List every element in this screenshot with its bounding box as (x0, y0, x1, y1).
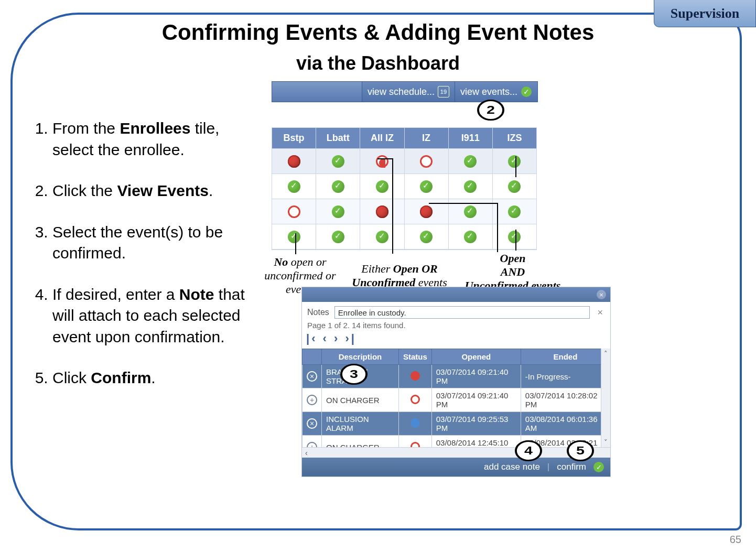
grid-cell[interactable] (316, 224, 360, 250)
strip-spacer (272, 82, 362, 102)
table-row[interactable]: ON CHARGER03/08/2014 12:45:10 AM03/08/20… (303, 436, 610, 448)
grid-header: IZ (405, 128, 449, 149)
events-footer: add case note | confirm ✓ (302, 458, 610, 476)
status-icon (411, 418, 420, 428)
events-table-scroll: DescriptionStatusOpenedEndedBRACELET STR… (302, 349, 610, 447)
deselect-icon[interactable] (307, 418, 317, 429)
instruction-item: If desired, enter a Note that will attac… (52, 284, 256, 348)
cell-opened: 03/08/2014 12:45:10 AM (431, 436, 521, 448)
scroll-up-icon[interactable]: ˄ (603, 349, 609, 359)
cell-status (398, 388, 431, 412)
notes-input[interactable] (334, 306, 590, 319)
green-chk-icon (464, 155, 477, 168)
red-fill-icon (420, 205, 433, 218)
pager-first-icon[interactable]: |‹ (306, 332, 317, 345)
green-chk-icon (420, 231, 433, 243)
table-row[interactable]: INCLUSION ALARM03/07/2014 09:25:53 PM03/… (303, 412, 610, 436)
instruction-item: Click the View Events. (52, 180, 256, 202)
cell-description: ON CHARGER (322, 388, 399, 412)
add-case-note-button[interactable]: add case note (484, 462, 540, 472)
grid-cell[interactable] (316, 174, 360, 199)
grid-cell[interactable] (272, 224, 316, 250)
cell-status (398, 365, 431, 388)
status-icon (411, 442, 420, 448)
vertical-scrollbar[interactable]: ˄ ˅ (601, 349, 610, 447)
events-meta: Page 1 of 2. 14 items found. (302, 321, 610, 332)
view-schedule-button[interactable]: view schedule... 19 (362, 82, 455, 102)
cell-description: ON CHARGER (322, 436, 399, 448)
grid-header: I911 (449, 128, 493, 149)
green-chk-icon (376, 180, 388, 193)
grid-cell[interactable] (493, 174, 536, 199)
select-icon[interactable] (307, 395, 317, 405)
grid-cell[interactable] (272, 174, 316, 199)
grid-cell[interactable] (449, 174, 493, 199)
grid-header: Lbatt (316, 128, 360, 149)
green-chk-icon (420, 180, 433, 193)
green-chk-icon (464, 231, 477, 243)
instruction-item: Click Confirm. (52, 367, 256, 389)
instruction-item: From the Enrollees tile, select the enro… (52, 118, 256, 160)
grid-cell[interactable] (493, 199, 536, 224)
horizontal-scrollbar[interactable]: ‹ (302, 447, 610, 458)
select-icon[interactable] (307, 442, 317, 447)
cell-opened: 03/07/2014 09:21:40 PM (431, 365, 521, 388)
pager-prev-icon[interactable]: ‹ (323, 332, 329, 345)
grid-cell[interactable] (360, 199, 404, 224)
page-number: 65 (730, 534, 741, 546)
scroll-left-icon[interactable]: ‹ (305, 449, 308, 457)
col-select (303, 349, 322, 365)
grid-cell[interactable] (272, 149, 316, 174)
ring-half-icon (376, 155, 388, 168)
status-icon (411, 395, 420, 404)
col-header[interactable]: Status (398, 349, 431, 365)
pager-last-icon[interactable]: ›| (345, 332, 357, 345)
connector-line (497, 203, 498, 252)
green-chk-icon (464, 180, 477, 193)
green-chk-icon (332, 231, 344, 243)
connector-line (295, 233, 296, 254)
grid-cell[interactable] (360, 174, 404, 199)
connector-line (429, 203, 497, 204)
confirm-button[interactable]: confirm (557, 462, 586, 472)
grid-cell[interactable] (449, 149, 493, 174)
col-header[interactable]: Ended (521, 349, 610, 365)
dashboard-strip: view schedule... 19 view events... ✓ (272, 81, 538, 102)
scroll-down-icon[interactable]: ˅ (603, 437, 609, 447)
connector-line (515, 230, 516, 251)
cell-ended: 03/07/2014 10:28:02 PM (521, 388, 610, 412)
callout-2: 2 (477, 100, 504, 121)
col-header[interactable]: Opened (431, 349, 521, 365)
grid-cell[interactable] (316, 199, 360, 224)
deselect-icon[interactable] (307, 371, 317, 382)
view-events-button[interactable]: view events... ✓ (455, 82, 537, 102)
grid-cell[interactable] (360, 149, 404, 174)
ring-red-icon (420, 155, 433, 168)
grid-cell[interactable] (449, 224, 493, 250)
pager-next-icon[interactable]: › (334, 332, 340, 345)
grid-cell[interactable] (405, 174, 449, 199)
grid-cell[interactable] (493, 149, 536, 174)
green-chk-icon (508, 155, 521, 168)
connector-line (377, 158, 393, 159)
grid-cell[interactable] (405, 224, 449, 250)
grid-cell[interactable] (493, 224, 536, 250)
close-icon[interactable]: × (597, 290, 606, 299)
annotation-either: Either Open OR Unconfirmed events (347, 262, 452, 289)
page-subtitle: via the Dashboard (0, 52, 756, 74)
page-title: Confirming Events & Adding Event Notes (0, 20, 756, 45)
grid-cell[interactable] (316, 149, 360, 174)
grid-cell[interactable] (272, 199, 316, 224)
cell-opened: 03/07/2014 09:25:53 PM (431, 412, 521, 436)
grid-cell[interactable] (405, 149, 449, 174)
calendar-icon: 19 (438, 86, 449, 97)
grid-header: Bstp (272, 128, 316, 149)
col-header[interactable]: Description (322, 349, 399, 365)
notes-label: Notes (307, 308, 329, 317)
status-icon (411, 371, 420, 381)
callout-3: 3 (340, 364, 368, 385)
table-row[interactable]: ON CHARGER03/07/2014 09:21:40 PM03/07/20… (303, 388, 610, 412)
green-chk-icon (508, 205, 521, 218)
grid-cell[interactable] (360, 224, 404, 250)
clear-icon[interactable]: × (595, 307, 605, 318)
